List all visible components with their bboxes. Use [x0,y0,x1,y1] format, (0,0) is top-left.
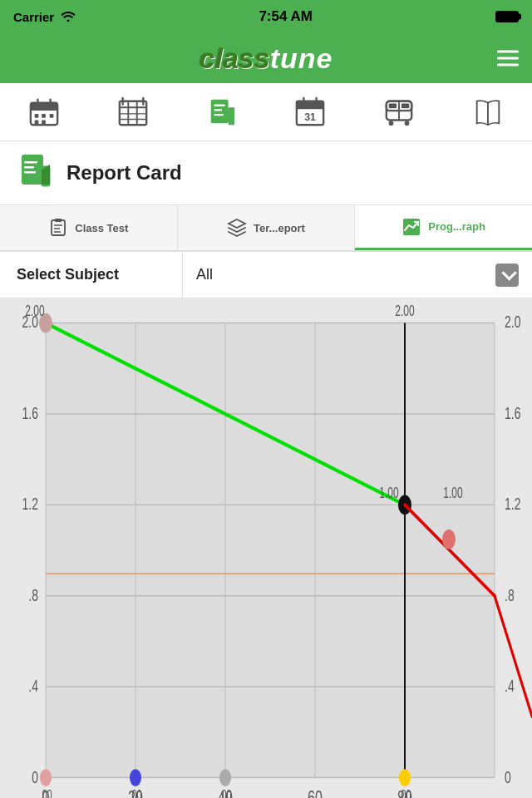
svg-rect-40 [24,166,34,169]
svg-rect-44 [55,219,62,222]
nav-date[interactable]: 31 [284,90,336,135]
svg-text:.8: .8 [28,585,38,604]
battery-tip [519,14,521,20]
svg-text:60: 60 [308,787,323,798]
report-card-title-icon [17,153,53,193]
svg-rect-19 [214,109,222,111]
svg-rect-17 [210,99,228,123]
hamburger-line [497,57,519,60]
svg-text:.00: .00 [39,787,52,798]
svg-text:1.00: 1.00 [379,484,398,500]
svg-rect-32 [401,103,410,108]
svg-text:.00: .00 [129,787,142,798]
svg-point-33 [389,121,394,126]
svg-rect-5 [42,113,46,117]
page-title: Report Card [66,161,182,185]
svg-text:.00: .00 [219,787,232,798]
svg-point-34 [405,121,410,126]
nav-book[interactable] [462,90,514,135]
layers-icon [227,218,247,238]
hamburger-line [497,64,519,66]
svg-text:2.00: 2.00 [25,302,44,318]
svg-rect-43 [52,220,65,235]
svg-text:.4: .4 [28,676,38,695]
chart-svg: 0 20 40 60 80 2.0 1.6 1.2 .8 .4 0 2.0 1.… [0,298,532,798]
status-time: 7:54 AM [259,8,313,25]
chart-icon [401,217,421,237]
tab-term-report-label: Ter...eport [254,222,305,234]
subject-value: All [196,266,213,283]
nav-bus[interactable] [373,90,425,135]
svg-rect-8 [42,120,46,124]
carrier-label: Carrier [13,10,54,24]
svg-point-96 [40,769,52,786]
chevron-down-icon [495,264,519,287]
svg-point-98 [219,769,231,786]
page-title-bar: Report Card [0,141,532,205]
book-icon [472,96,504,128]
nav-icons-bar: 31 [0,83,532,141]
tab-term-report[interactable]: Ter...eport [178,205,356,250]
svg-rect-39 [24,161,37,164]
calendar-icon [28,96,60,128]
svg-text:0: 0 [32,767,38,786]
svg-text:1.00: 1.00 [443,484,462,500]
wifi-icon [61,10,76,24]
svg-rect-41 [24,171,36,174]
svg-text:0: 0 [505,767,511,786]
report-nav-icon [206,96,238,128]
svg-text:1.6: 1.6 [505,403,521,422]
clipboard-icon [48,218,68,238]
app-logo: classtune [200,42,333,75]
svg-text:.4: .4 [505,676,515,695]
tab-progress-graph-label: Prog...raph [428,220,485,233]
bus-icon [383,96,415,128]
svg-point-99 [399,769,411,786]
progress-chart: 0 20 40 60 80 2.0 1.6 1.2 .8 .4 0 2.0 1.… [0,298,532,798]
svg-rect-38 [22,155,43,185]
svg-rect-7 [35,120,39,124]
subject-selector-label: Select Subject [0,252,183,298]
app-header: classtune [0,33,532,83]
tabs-bar: Class Test Ter...eport Prog...raph [0,205,532,252]
svg-text:.00: .00 [398,787,411,798]
svg-text:2.00: 2.00 [395,302,414,318]
tab-class-test[interactable]: Class Test [0,205,178,250]
svg-rect-6 [50,113,54,117]
svg-text:.8: .8 [505,585,515,604]
svg-rect-1 [31,102,57,111]
hamburger-menu-button[interactable] [497,51,519,66]
hamburger-line [497,51,519,53]
svg-text:31: 31 [304,111,316,122]
svg-rect-23 [297,101,323,109]
svg-rect-20 [214,113,223,115]
status-bar: Carrier 7:54 AM [0,0,532,33]
svg-point-87 [442,530,456,549]
nav-report[interactable] [196,90,248,135]
svg-text:1.6: 1.6 [22,403,39,422]
svg-text:1.2: 1.2 [22,495,38,514]
tab-class-test-label: Class Test [75,222,128,234]
svg-rect-18 [214,104,224,106]
svg-rect-4 [35,113,39,117]
svg-rect-31 [389,103,397,108]
nav-timetable[interactable] [107,90,159,135]
timetable-icon [117,96,149,128]
date-icon: 31 [294,96,326,128]
subject-dropdown[interactable]: All [183,264,532,287]
battery-indicator [495,11,519,22]
tab-progress-graph[interactable]: Prog...raph [355,205,532,250]
battery-body [495,11,519,22]
subject-selector-bar: Select Subject All [0,252,532,298]
svg-point-97 [130,769,141,786]
svg-text:2.0: 2.0 [505,313,521,332]
svg-text:1.2: 1.2 [505,495,520,514]
svg-rect-50 [46,323,495,778]
svg-rect-21 [228,107,234,125]
nav-calendar[interactable] [18,90,70,135]
carrier-wifi: Carrier [13,10,76,24]
